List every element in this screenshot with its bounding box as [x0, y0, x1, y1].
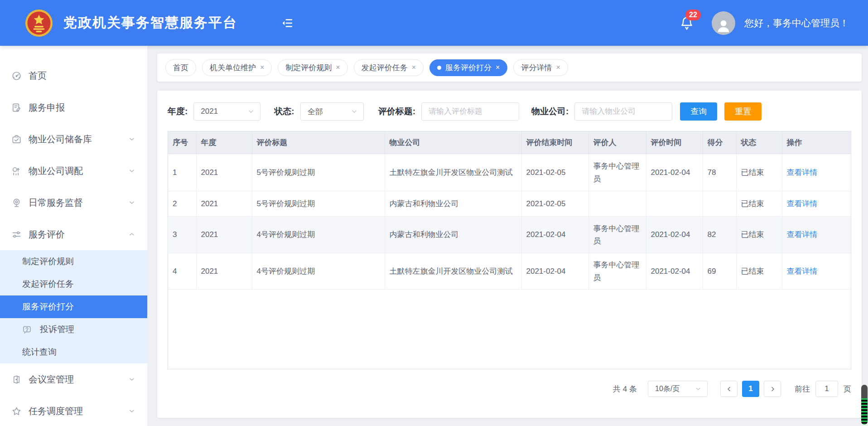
- goto-page-group: 前往 页: [795, 381, 851, 397]
- sidebar-item[interactable]: 会议室管理: [0, 363, 147, 395]
- active-tab-dot: [437, 66, 441, 70]
- prev-page-button[interactable]: [720, 381, 738, 397]
- sidebar-item[interactable]: 物业公司调配: [0, 155, 147, 187]
- header-right: 22 您好，事务中心管理员！: [679, 11, 849, 35]
- sidebar-item[interactable]: 首页: [0, 60, 147, 92]
- sidebar-item[interactable]: 物业公司储备库: [0, 123, 147, 155]
- star-icon: [11, 406, 22, 416]
- cell-eval_time: [646, 191, 703, 217]
- cell-score: 78: [703, 154, 736, 191]
- column-header: 评价结束时间: [521, 131, 588, 154]
- cell-end_time: 2021-02-04: [521, 253, 588, 290]
- page-size-select[interactable]: 10条/页: [648, 381, 708, 397]
- cell-company: 内蒙古和利物业公司: [385, 191, 521, 217]
- archive-icon: [11, 134, 22, 145]
- cell-status: 已结束: [736, 191, 782, 217]
- sidebar-item-label: 日常服务监督: [29, 197, 128, 209]
- status-filter-label: 状态:: [274, 106, 294, 117]
- scrollbar-thumb-stripes: [861, 398, 868, 425]
- tab-item[interactable]: 首页: [165, 59, 196, 76]
- sidebar-item[interactable]: 任务调度管理: [0, 395, 147, 426]
- page-number-active[interactable]: 1: [742, 381, 759, 397]
- chevron-down-icon: [128, 376, 135, 383]
- tab-item[interactable]: 发起评价任务×: [354, 59, 424, 76]
- tab-item[interactable]: 机关单位维护×: [202, 59, 272, 76]
- scrollbar-thumb-top: [861, 385, 868, 398]
- company-filter-label: 物业公司:: [531, 106, 569, 117]
- sidebar-subitem[interactable]: 统计查询: [0, 341, 147, 363]
- menu-fold-icon[interactable]: [281, 17, 294, 29]
- cell-evaluator: 事务中心管理员: [588, 253, 646, 290]
- question-icon: [22, 325, 32, 334]
- tab-label: 首页: [173, 63, 188, 73]
- sidebar-subitem[interactable]: 发起评价任务: [0, 273, 147, 295]
- sidebar-item-label: 任务调度管理: [29, 405, 128, 417]
- sidebar-item[interactable]: 服务评价: [0, 218, 147, 250]
- tab-close-icon[interactable]: ×: [556, 64, 560, 71]
- tab-item[interactable]: 制定评价规则×: [278, 59, 347, 76]
- sidebar-item-label: 首页: [29, 70, 135, 82]
- cell-end_time: 2021-02-04: [521, 217, 588, 253]
- reset-button[interactable]: 重置: [724, 102, 762, 121]
- goto-page-input[interactable]: [815, 381, 838, 397]
- cell-title: 4号评价规则过期: [252, 217, 385, 253]
- tab-close-icon[interactable]: ×: [336, 64, 340, 71]
- title-filter-label: 评价标题:: [378, 106, 415, 117]
- view-detail-link[interactable]: 查看详情: [787, 230, 818, 239]
- tab-close-icon[interactable]: ×: [260, 64, 264, 71]
- sidebar-subitem[interactable]: 服务评价打分: [0, 295, 147, 318]
- avatar[interactable]: [712, 11, 735, 35]
- status-select[interactable]: 全部: [300, 102, 364, 121]
- tab-label: 制定评价规则: [285, 63, 332, 73]
- title-input[interactable]: [422, 103, 519, 120]
- chevron-down-icon: [128, 167, 135, 174]
- cell-score: [703, 191, 736, 217]
- view-detail-link[interactable]: 查看详情: [787, 168, 818, 177]
- table-row: 220215号评价规则过期内蒙古和利物业公司2021-02-05已结束查看详情: [168, 191, 851, 217]
- tab-label: 发起评价任务: [362, 63, 408, 73]
- cell-eval_time: 2021-02-04: [646, 253, 703, 290]
- sidebar-item-label: 服务申报: [29, 102, 135, 114]
- tab-close-icon[interactable]: ×: [412, 64, 416, 71]
- sidebar-submenu: 制定评价规则发起评价任务服务评价打分投诉管理统计查询: [0, 250, 147, 363]
- cell-score: 69: [703, 253, 736, 290]
- column-header: 操作: [782, 131, 851, 154]
- scrollbar-thumb[interactable]: [861, 385, 868, 425]
- chevron-right-icon: [769, 386, 776, 392]
- cell-company: 内蒙古和利物业公司: [385, 217, 521, 253]
- next-page-button[interactable]: [764, 381, 781, 397]
- tab-active[interactable]: 服务评价打分×: [429, 59, 507, 76]
- main-area: 首页机关单位维护×制定评价规则×发起评价任务×服务评价打分×评分详情× 年度: …: [147, 46, 868, 426]
- tab-item[interactable]: 评分详情×: [513, 59, 568, 76]
- sidebar-subitem-label: 发起评价任务: [22, 278, 74, 290]
- company-input[interactable]: [575, 103, 672, 120]
- year-filter-label: 年度:: [168, 106, 188, 117]
- sidebar-item[interactable]: 日常服务监督: [0, 187, 147, 218]
- sidebar-item-label: 服务评价: [29, 228, 128, 241]
- cell-company: 土默特左旗金川开发区物业公司测试: [385, 253, 521, 290]
- chevron-down-icon: [247, 108, 255, 115]
- cell-end_time: 2021-02-05: [521, 154, 588, 191]
- table-row: 320214号评价规则过期内蒙古和利物业公司2021-02-04事务中心管理员2…: [168, 217, 851, 253]
- table-header-row: 序号年度评价标题物业公司评价结束时间评价人评价时间得分状态操作: [168, 131, 851, 154]
- column-header: 序号: [168, 131, 196, 154]
- sidebar-subitem[interactable]: 投诉管理: [0, 318, 147, 341]
- view-detail-link[interactable]: 查看详情: [787, 199, 818, 208]
- cell-year: 2021: [196, 154, 252, 191]
- view-detail-link[interactable]: 查看详情: [787, 267, 818, 276]
- notification-bell-button[interactable]: 22: [679, 15, 694, 31]
- year-select[interactable]: 2021: [193, 102, 260, 121]
- page-size-value: 10条/页: [655, 384, 694, 394]
- chevron-up-icon: [128, 231, 135, 238]
- sidebar-item[interactable]: 服务申报: [0, 92, 147, 123]
- cell-action: 查看详情: [782, 253, 851, 290]
- year-select-value: 2021: [201, 107, 247, 116]
- cell-seq: 2: [168, 191, 196, 217]
- chevron-down-icon: [128, 199, 135, 206]
- sidebar-subitem[interactable]: 制定评价规则: [0, 250, 147, 273]
- search-button[interactable]: 查询: [680, 102, 717, 121]
- tab-close-icon[interactable]: ×: [496, 64, 500, 71]
- cell-title: 5号评价规则过期: [252, 191, 385, 217]
- notification-badge: 22: [685, 10, 701, 20]
- cell-seq: 3: [168, 217, 196, 253]
